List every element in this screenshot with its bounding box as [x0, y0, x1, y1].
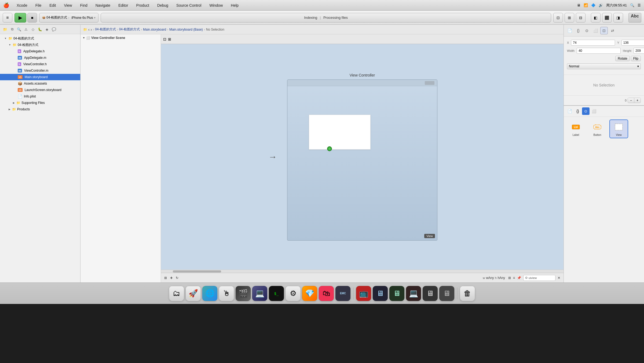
tree-item-viewcontroller-m[interactable]: m ViewController.m [0, 67, 80, 74]
menu-navigate[interactable]: Navigate [94, 3, 112, 8]
dock-screen1[interactable]: 🖥 [373, 286, 388, 301]
rotate-btn[interactable]: Rotate [615, 56, 630, 61]
attributes-inspector-btn[interactable]: ⬜ [592, 27, 599, 34]
hany-label[interactable]: hAny [498, 276, 505, 280]
navigator-toggle-btn[interactable]: ≡ [3, 13, 12, 23]
breadcrumb-item-2[interactable]: 04-检图的方式 [119, 27, 140, 32]
mode-dropdown[interactable]: Normal ▾ [567, 63, 641, 69]
wany-label[interactable]: wAny [486, 276, 494, 280]
scrollbar-thumb[interactable] [173, 270, 221, 273]
dock-sketch[interactable]: 💎 [302, 286, 317, 301]
editor-standard-btn[interactable]: ⊡ [553, 13, 563, 23]
menu-find[interactable]: Find [78, 3, 89, 8]
x-input[interactable] [571, 40, 615, 46]
menu-editor[interactable]: Editor [117, 3, 130, 8]
list-view-btn[interactable]: ≡ [513, 276, 515, 280]
stepper-decrement[interactable]: − [628, 98, 634, 103]
menu-product[interactable]: Product [135, 3, 151, 8]
grid-icon[interactable]: ⊞ [164, 276, 167, 280]
tree-item-group2[interactable]: ▼ 📁 04-检图的方式 [0, 42, 80, 48]
stepper-increment[interactable]: + [634, 98, 641, 103]
obj-tab-file[interactable]: 📄 [566, 107, 573, 115]
nav-source-btn[interactable]: ⧉ [9, 26, 15, 32]
apple-menu[interactable]: 🍎 [3, 2, 9, 8]
dock-launchpad[interactable]: 🚀 [186, 286, 201, 301]
quick-help-btn[interactable]: {} [575, 27, 582, 34]
scene-header[interactable]: ▼ ⬜ View Controller Scene [80, 34, 161, 41]
nav-find-btn[interactable]: 🔍 [16, 26, 22, 32]
dock-settings[interactable]: ⚙ [286, 286, 301, 301]
tree-item-products[interactable]: ▶ 📁 Products [0, 106, 80, 112]
obj-tab-code[interactable]: {} [574, 107, 581, 115]
tree-item-supporting-files[interactable]: ▶ 📁 Supporting Files [0, 100, 80, 106]
view-controller-frame[interactable]: View [287, 79, 437, 241]
clear-btn[interactable]: ✕ [558, 276, 560, 280]
menu-source-control[interactable]: Source Control [175, 3, 203, 8]
tree-item-appdelegate-h[interactable]: h AppDelegate.h [0, 48, 80, 55]
height-input[interactable] [634, 48, 644, 54]
inner-view-rect[interactable] [309, 115, 371, 150]
search-icon[interactable]: 🔍 [630, 3, 634, 7]
dock-app1[interactable]: 💻 [252, 286, 267, 301]
dock-quicktime[interactable]: 🎬 [236, 286, 251, 301]
flip-btn[interactable]: Flip [631, 56, 641, 61]
storyboard-canvas[interactable]: → View Controller [161, 44, 564, 270]
expand-icon[interactable]: ▶ [13, 101, 15, 104]
stop-button[interactable]: ■ [27, 13, 37, 23]
scheme-selector[interactable]: 📦 04-检图的方式 › iPhone 6s Plus ▾ [39, 13, 98, 23]
breadcrumb-item-1[interactable]: 04-检图的方式 [95, 27, 116, 32]
menu-window[interactable]: Window [208, 3, 224, 8]
menu-view[interactable]: View [62, 3, 74, 8]
dock-terminal[interactable]: $_ [269, 286, 284, 301]
run-button[interactable]: ▶ [14, 13, 26, 23]
dock-safari[interactable]: 🌐 [202, 286, 217, 301]
expand-icon[interactable]: ▶ [9, 108, 10, 111]
editor-format-btn[interactable]: ⊡ [163, 37, 166, 41]
dock-screen5[interactable]: 🖥 [439, 286, 454, 301]
dock-screen4[interactable]: 🖥 [423, 286, 438, 301]
horizontal-scrollbar[interactable] [161, 270, 564, 273]
nav-log-btn[interactable]: 💬 [51, 26, 57, 32]
menu-edit[interactable]: Edit [48, 3, 57, 8]
refresh-btn[interactable]: ↻ [176, 276, 178, 280]
hide-inspector-btn[interactable]: ◨ [613, 13, 623, 23]
menu-file[interactable]: File [34, 3, 43, 8]
expand-icon[interactable]: ▼ [4, 37, 7, 40]
dock-screen3[interactable]: 💻 [406, 286, 421, 301]
file-inspector-btn[interactable]: 📄 [566, 27, 573, 34]
dock-video[interactable]: 📺 [356, 286, 371, 301]
editor-version-btn[interactable]: ⊟ [576, 13, 586, 23]
size-inspector-btn[interactable]: ⊡ [600, 27, 608, 34]
dock-trash[interactable]: 🗑 [460, 286, 475, 301]
obj-item-button[interactable]: Btn Button [588, 119, 607, 138]
breadcrumb-item-3[interactable]: Main.storyboard [143, 28, 166, 31]
control-icon[interactable]: ☰ [638, 3, 641, 7]
grid-view-btn[interactable]: ⊞ [508, 276, 511, 280]
breadcrumb-nav-back[interactable]: ‹ [88, 27, 90, 32]
connections-inspector-btn[interactable]: ⇄ [609, 27, 616, 34]
dock-pocket[interactable]: 🛍 [319, 286, 334, 301]
nav-test-btn[interactable]: ◇ [30, 26, 36, 32]
pin-btn[interactable]: 📌 [517, 276, 521, 280]
breadcrumb-nav-fwd[interactable]: › [91, 27, 92, 32]
nav-debug-btn[interactable]: 🐛 [37, 26, 43, 32]
tree-item-info-plist[interactable]: 📄 Info.plist [0, 93, 80, 100]
dock-emc[interactable]: EMC [335, 286, 350, 301]
menu-help[interactable]: Help [229, 3, 240, 8]
width-input[interactable] [577, 48, 621, 54]
menu-xcode[interactable]: Xcode [15, 3, 29, 8]
dock-screen2[interactable]: 🖥 [389, 286, 404, 301]
menu-debug[interactable]: Debug [156, 3, 170, 8]
tree-item-appdelegate-m[interactable]: m AppDelegate.m [0, 55, 80, 61]
tree-item-main-storyboard[interactable]: sb Main.storyboard [0, 74, 80, 80]
obj-item-view[interactable]: View [609, 119, 628, 138]
add-object-btn[interactable]: + [170, 275, 173, 280]
nav-breakpoint-btn[interactable]: ◈ [44, 26, 50, 32]
obj-item-label[interactable]: Lbl Label [566, 119, 585, 138]
identity-inspector-btn[interactable]: ⊙ [583, 27, 591, 34]
tree-item-root[interactable]: ▼ 📁 04-检图的方式 [0, 35, 80, 42]
hide-debug-btn[interactable]: ⬛ [602, 13, 612, 23]
expand-icon[interactable]: ▼ [9, 43, 11, 46]
hide-navigator-btn[interactable]: ◧ [591, 13, 601, 23]
tree-item-assets[interactable]: 📦 Assets.xcassets [0, 80, 80, 87]
